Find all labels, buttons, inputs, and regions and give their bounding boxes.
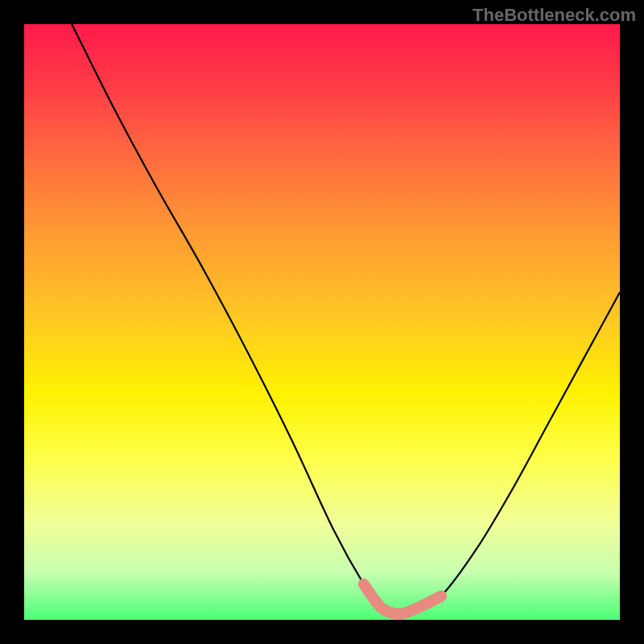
- bottleneck-highlight-line: [364, 584, 441, 614]
- watermark-text: TheBottleneck.com: [473, 5, 636, 26]
- chart-svg: [24, 24, 620, 620]
- bottleneck-curve-line: [72, 24, 620, 614]
- chart-plot-area: [24, 24, 620, 620]
